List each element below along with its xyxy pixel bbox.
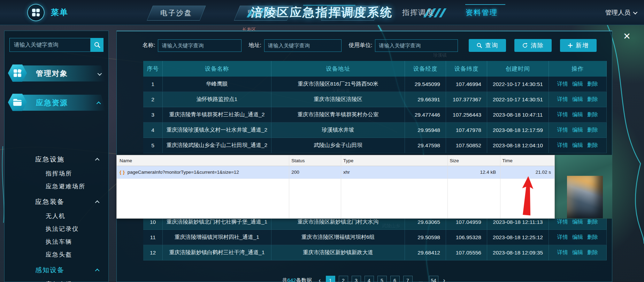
prev-page-button[interactable]: ‹ — [317, 277, 322, 282]
filter-name-input[interactable] — [158, 39, 242, 52]
edit-link[interactable]: 编辑 — [572, 126, 583, 134]
filter-name: 名称: — [143, 39, 242, 52]
request-name: pageCameraInfo?monitorType=1&current=1&s… — [128, 170, 239, 175]
query-button[interactable]: 查询 — [469, 39, 506, 52]
search-icon — [476, 42, 482, 48]
delete-link[interactable]: 删除 — [587, 111, 598, 118]
filter-unit: 使用单位: — [348, 39, 458, 52]
edit-link[interactable]: 编辑 — [572, 218, 583, 226]
network-request-row[interactable]: { } pageCameraInfo?monitorType=1&current… — [117, 166, 554, 179]
detail-link[interactable]: 详情 — [557, 234, 568, 241]
table-actions-cell: 详情编辑删除 — [549, 107, 607, 123]
delete-link[interactable]: 删除 — [587, 126, 598, 134]
tree-branch-label: 应急装备 — [35, 197, 64, 206]
table-row[interactable]: 11重庆涪陵增福镇河坝村四社_通道_1重庆市涪陵区增福镇河坝村6组29.5059… — [143, 230, 607, 245]
search-icon — [94, 41, 101, 48]
table-row[interactable]: 5重庆涪陵武陵山乡金子山二社田坝_通道_2武陵山乡金子山田坝29.4759810… — [143, 138, 607, 153]
detail-link[interactable]: 详情 — [557, 80, 568, 88]
delete-link[interactable]: 删除 — [587, 80, 598, 88]
table-row[interactable]: 12重庆涪陵新妙镇白鹤村三社干湾_通道_1重庆市涪陵区新妙镇新政大道29.684… — [143, 245, 607, 260]
sidebar-search — [9, 38, 104, 52]
table-cell: 107.47978 — [446, 123, 487, 138]
sidebar-group-emergency-resources[interactable]: 应急资源 — [5, 93, 108, 112]
devtools-header-row: NameStatusTypeSizeTime — [117, 155, 554, 166]
delete-link[interactable]: 删除 — [587, 249, 598, 256]
page-button-54[interactable]: 54 — [429, 276, 438, 282]
tree-leaf-item[interactable]: 指挥场所 — [5, 167, 108, 180]
filter-address-label: 地址: — [248, 42, 261, 49]
table-row[interactable]: 4重庆涪陵珍溪镇永义村一社水井坡_通道_2珍溪镇水井坡29.95948107.4… — [143, 123, 607, 138]
tree-leaf-item[interactable]: 执法记录仪 — [5, 222, 108, 235]
delete-link[interactable]: 删除 — [587, 142, 598, 149]
menu-logo-button[interactable] — [27, 4, 45, 21]
tree-leaf-item[interactable]: 无人机 — [5, 210, 108, 222]
table-cell: 3 — [143, 107, 163, 123]
filter-unit-input[interactable] — [375, 39, 458, 52]
page-button-4[interactable]: 4 — [365, 276, 374, 282]
table-cell: 4 — [143, 123, 163, 138]
page-button-1[interactable]: 1 — [326, 276, 335, 282]
edit-link[interactable]: 编辑 — [572, 111, 583, 118]
tree-leaf-item[interactable]: 执法车辆 — [5, 235, 108, 248]
page-button-3[interactable]: 3 — [352, 276, 361, 282]
detail-link[interactable]: 详情 — [557, 111, 568, 118]
app-root: 长寿区珍溪镇义和街道武陵山乡 菜单 电子沙盘监测预警值班值守 涪陵区应急指挥调度… — [0, 0, 644, 282]
total-count-text: 共642条数据 — [282, 277, 312, 282]
table-cell: 重庆市涪陵区816厂21号路西50米 — [271, 77, 405, 92]
edit-link[interactable]: 编辑 — [572, 80, 583, 88]
page-button-2[interactable]: 2 — [339, 276, 348, 282]
devtools-header-status[interactable]: Status — [289, 155, 340, 166]
table-row[interactable]: 2渝怀铁路监控点1重庆市涪陵区涪陵区29.66391107.3773672022… — [143, 92, 607, 107]
edit-link[interactable]: 编辑 — [572, 234, 583, 241]
tree-branch-item[interactable]: 应急装备 — [5, 194, 108, 210]
column-separator — [500, 155, 500, 218]
table-row[interactable]: 1华峰鹰眼重庆市涪陵区816厂21号路西50米29.545099107.4699… — [143, 77, 607, 92]
topbar-nav-item-0[interactable]: 电子沙盘 — [150, 6, 203, 21]
devtools-header-time[interactable]: Time — [499, 155, 554, 166]
sidebar-search-input[interactable] — [9, 38, 91, 52]
edit-link[interactable]: 编辑 — [572, 249, 583, 256]
group-label: 管理对象 — [36, 64, 68, 83]
detail-link[interactable]: 详情 — [557, 96, 568, 103]
clear-button[interactable]: 清除 — [514, 39, 552, 52]
detail-link[interactable]: 详情 — [557, 126, 568, 134]
tree-leaf-item[interactable]: 应急头盔 — [5, 248, 108, 261]
topbar-nav-right-item-1[interactable]: 资料管理 — [466, 8, 498, 17]
devtools-header-type[interactable]: Type — [340, 155, 447, 166]
delete-link[interactable]: 删除 — [587, 234, 598, 241]
close-button[interactable]: ✕ — [621, 31, 632, 42]
detail-link[interactable]: 详情 — [557, 142, 568, 149]
tree-leaf-item[interactable]: 应急避难场所 — [5, 180, 108, 193]
add-button-label: 新增 — [576, 41, 589, 49]
detail-link[interactable]: 详情 — [557, 249, 568, 256]
page-button-6[interactable]: 6 — [390, 276, 400, 282]
table-actions-cell: 详情编辑删除 — [549, 138, 607, 153]
table-cell: 重庆市涪陵区青羊镇群英村办公室 — [271, 107, 405, 123]
delete-link[interactable]: 删除 — [587, 218, 598, 226]
table-cell: 12 — [143, 245, 163, 260]
table-cell: 107.46994 — [446, 77, 487, 92]
tree-leaf-item[interactable]: 应急广播 — [5, 278, 108, 282]
next-page-button[interactable]: › — [442, 277, 447, 282]
tree-branch-item[interactable]: 感知设备 — [5, 263, 108, 278]
page-button-7[interactable]: 7 — [403, 276, 413, 282]
topbar-nav-right-item-0[interactable]: 指挥调度 — [402, 8, 434, 17]
devtools-header-name[interactable]: Name — [117, 155, 289, 166]
toolbar: 查询 清除 新增 — [469, 39, 597, 52]
page-button-5[interactable]: 5 — [377, 276, 387, 282]
devtools-header-size[interactable]: Size — [447, 155, 499, 166]
tree-branch-item[interactable]: 应急设施 — [5, 152, 108, 167]
delete-link[interactable]: 删除 — [587, 96, 598, 103]
plus-icon — [568, 43, 573, 48]
detail-link[interactable]: 详情 — [557, 218, 568, 226]
sidebar-group-manage-objects[interactable]: 管理对象 — [5, 64, 108, 83]
edit-link[interactable]: 编辑 — [572, 142, 583, 149]
menu-label[interactable]: 菜单 — [51, 7, 68, 18]
filter-address-input[interactable] — [264, 39, 342, 52]
add-button[interactable]: 新增 — [560, 39, 597, 52]
table-row[interactable]: 3重庆涪陵青羊镇群英村三社茶山_通道_2重庆市涪陵区青羊镇群英村办公室29.47… — [143, 107, 607, 123]
page-buttons: 1234567...54 — [326, 276, 438, 282]
edit-link[interactable]: 编辑 — [572, 96, 583, 103]
user-menu[interactable]: 管理人员 — [605, 8, 636, 17]
sidebar-search-button[interactable] — [91, 38, 104, 52]
